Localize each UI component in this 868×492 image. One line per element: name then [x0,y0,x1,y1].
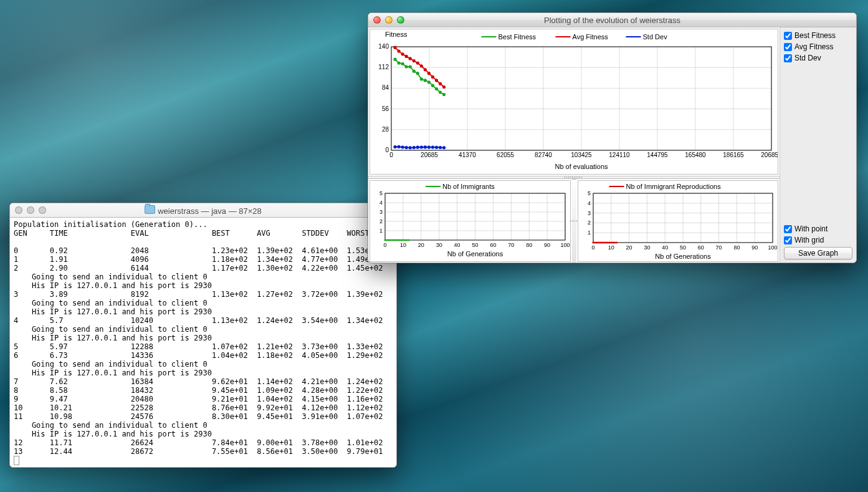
svg-text:186165: 186165 [723,152,744,158]
svg-point-129 [404,239,406,241]
close-icon[interactable] [15,206,22,214]
std-dev-checkbox[interactable]: Std Dev [784,54,852,62]
close-icon[interactable] [373,16,381,24]
svg-text:40: 40 [454,242,460,248]
svg-point-59 [431,75,434,79]
save-graph-button[interactable]: Save Graph [784,247,852,259]
svg-text:56: 56 [382,105,389,112]
svg-point-67 [409,146,412,149]
horizontal-splitter[interactable] [572,179,576,263]
svg-text:60: 60 [698,244,704,251]
svg-point-177 [608,241,610,243]
svg-point-181 [616,241,618,243]
svg-text:80: 80 [526,242,532,248]
svg-point-62 [442,85,446,89]
svg-text:10: 10 [608,244,614,251]
svg-point-38 [405,65,408,68]
plot-titlebar[interactable]: Plotting of the evolution of weierstrass [368,13,856,27]
svg-text:124110: 124110 [609,152,630,158]
svg-point-174 [603,241,605,243]
svg-text:112: 112 [378,64,389,70]
svg-point-118 [384,239,386,241]
svg-text:Nb of Generations: Nb of Generations [655,253,711,260]
svg-text:80: 80 [733,244,740,251]
svg-point-42 [420,77,423,80]
svg-point-71 [424,145,427,148]
avg-fitness-checkbox[interactable]: Avg Fitness [784,42,852,51]
svg-point-128 [402,239,404,241]
svg-text:100: 100 [560,242,570,248]
svg-point-120 [388,239,389,241]
svg-text:Nb of Immigrants: Nb of Immigrants [442,183,495,190]
svg-point-65 [401,145,404,148]
zoom-icon[interactable] [397,16,404,24]
svg-text:90: 90 [751,244,758,251]
with-grid-checkbox[interactable]: With grid [784,236,852,244]
best-fitness-checkbox[interactable]: Best Fitness [784,31,852,40]
svg-text:0: 0 [591,244,594,251]
svg-text:144795: 144795 [647,152,668,158]
svg-text:90: 90 [544,242,550,248]
svg-point-121 [389,239,391,241]
with-point-checkbox[interactable]: With point [784,224,852,233]
svg-text:60: 60 [490,242,496,248]
svg-point-37 [401,62,404,65]
svg-point-58 [427,72,431,75]
plot-title: Plotting of the evolution of weierstrass [368,16,856,25]
svg-point-45 [431,84,434,87]
terminal-titlebar[interactable]: weierstrass — java — 87×28 [10,203,396,218]
svg-point-172 [599,241,601,243]
terminal-window: weierstrass — java — 87×28 Population in… [9,203,397,468]
svg-point-68 [413,146,416,149]
svg-point-72 [427,145,431,148]
svg-text:103425: 103425 [571,152,592,158]
svg-point-56 [420,64,423,67]
svg-point-52 [405,55,408,58]
svg-point-127 [400,239,402,241]
svg-point-47 [439,90,442,94]
svg-point-74 [435,146,438,149]
svg-point-168 [592,241,594,243]
svg-point-70 [420,145,423,148]
svg-point-61 [439,82,442,85]
svg-text:50: 50 [680,244,686,251]
cursor-icon [14,456,19,465]
svg-point-35 [393,58,396,61]
svg-point-75 [439,146,442,149]
terminal-body[interactable]: Population initialisation (Generation 0)… [10,218,396,468]
zoom-icon[interactable] [39,206,46,214]
svg-point-69 [416,146,419,149]
svg-text:Best Fitness: Best Fitness [498,33,537,41]
svg-point-41 [416,72,419,75]
svg-point-50 [397,50,400,53]
svg-point-125 [397,239,399,241]
minimize-icon[interactable] [27,206,34,214]
svg-text:10: 10 [400,242,406,248]
plot-window: Plotting of the evolution of weierstrass… [368,12,857,263]
svg-point-130 [406,239,408,241]
svg-point-124 [395,239,397,241]
svg-text:Nb of Generations: Nb of Generations [447,250,503,258]
svg-point-48 [442,93,446,96]
minimize-icon[interactable] [385,16,393,24]
svg-text:3: 3 [379,209,383,215]
svg-text:0: 0 [383,242,386,248]
svg-text:84: 84 [382,84,389,91]
svg-point-175 [605,241,607,243]
svg-text:70: 70 [716,244,722,251]
svg-point-170 [596,241,598,243]
svg-text:28: 28 [382,126,389,133]
svg-text:3: 3 [588,210,591,216]
svg-point-63 [393,145,396,148]
svg-point-53 [409,57,412,60]
svg-point-66 [405,146,408,149]
svg-text:82740: 82740 [535,152,552,158]
folder-icon [145,205,155,214]
svg-point-171 [598,241,599,243]
svg-point-36 [397,61,400,64]
svg-text:62055: 62055 [497,152,514,158]
svg-text:20685: 20685 [421,152,438,158]
svg-point-43 [424,79,427,82]
svg-point-54 [413,59,416,62]
plot-sidebar: Best Fitness Avg Fitness Std Dev With po… [780,27,856,263]
